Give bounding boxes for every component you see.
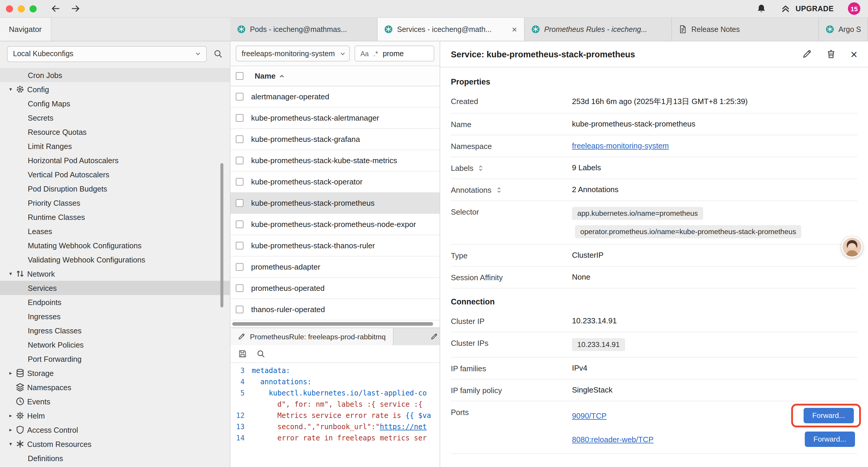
chevron-right-icon[interactable]: ▸ — [6, 427, 16, 433]
forward-button[interactable]: Forward... — [803, 408, 854, 423]
row-checkbox[interactable] — [236, 263, 243, 271]
sidebar-item-endpoints[interactable]: Endpoints — [0, 295, 230, 309]
sidebar-item-network-policies[interactable]: Network Policies — [0, 338, 230, 352]
user-avatar[interactable] — [841, 236, 863, 258]
sidebar-item-port-forwarding[interactable]: Port Forwarding — [0, 352, 230, 366]
window-close-button[interactable] — [6, 5, 13, 12]
history-forward-button[interactable] — [70, 4, 80, 13]
chevron-right-icon[interactable]: ▸ — [6, 370, 16, 376]
table-row-thanos-ruler-operated[interactable]: thanos-ruler-operated — [230, 299, 440, 320]
sidebar-scrollbar[interactable] — [220, 163, 223, 308]
sidebar-item-network[interactable]: ▾Network — [0, 267, 230, 281]
notifications-bell-icon[interactable] — [756, 4, 767, 13]
dock-tab-next[interactable] — [393, 328, 440, 345]
sort-updown-icon[interactable] — [495, 187, 502, 193]
chevron-down-icon[interactable]: ▾ — [6, 441, 16, 447]
horizontal-scrollbar-thumb[interactable] — [232, 322, 433, 326]
kubeconfig-selector[interactable]: Local Kubeconfigs — [7, 46, 207, 62]
sidebar-item-priority-classes[interactable]: Priority Classes — [0, 196, 230, 210]
table-row-kube-prometheus-stack-kube-state-metrics[interactable]: kube-prometheus-stack-kube-state-metrics — [230, 150, 440, 171]
sidebar-item-vertical-pod-autoscalers[interactable]: Vertical Pod Autoscalers — [0, 167, 230, 181]
sidebar-item-ingresses[interactable]: Ingresses — [0, 309, 230, 323]
upgrade-button[interactable]: UPGRADE — [777, 3, 837, 14]
sidebar-item-runtime-classes[interactable]: Runtime Classes — [0, 210, 230, 224]
row-checkbox[interactable] — [236, 178, 243, 185]
window-minimize-button[interactable] — [18, 5, 25, 12]
line-number: 3 — [230, 365, 252, 377]
code-editor[interactable]: 3metadata:4 annotations:5 kubectl.kubern… — [230, 363, 440, 467]
sidebar-item-events[interactable]: Events — [0, 394, 230, 408]
sidebar-item-config[interactable]: ▾Config — [0, 82, 230, 96]
row-checkbox[interactable] — [236, 157, 243, 164]
sidebar-item-config-maps[interactable]: Config Maps — [0, 96, 230, 111]
table-row-kube-prometheus-stack-alertmanager[interactable]: kube-prometheus-stack-alertmanager — [230, 108, 440, 129]
edit-button[interactable] — [802, 49, 812, 59]
sidebar-item-services[interactable]: Services — [0, 281, 230, 295]
tab-release-notes[interactable]: Release Notes — [672, 18, 819, 41]
table-row-prometheus-adapter[interactable]: prometheus-adapter — [230, 257, 440, 278]
sidebar-item-horizontal-pod-autoscalers[interactable]: Horizontal Pod Autoscalers — [0, 153, 230, 167]
tab-argo-s[interactable]: Argo S... — [819, 18, 868, 41]
tab-close-icon[interactable]: × — [511, 25, 518, 34]
port-link-9090-tcp[interactable]: 9090/TCP — [572, 411, 607, 420]
row-checkbox[interactable] — [236, 242, 243, 250]
row-checkbox[interactable] — [236, 93, 243, 100]
table-row-kube-prometheus-stack-grafana[interactable]: kube-prometheus-stack-grafana — [230, 129, 440, 150]
sidebar-item-access-control[interactable]: ▸Access Control — [0, 423, 230, 437]
sidebar-item-limit-ranges[interactable]: Limit Ranges — [0, 139, 230, 153]
service-name: kube-prometheus-stack-grafana — [251, 135, 360, 144]
table-search-input[interactable] — [383, 49, 417, 58]
row-checkbox[interactable] — [236, 199, 243, 207]
sidebar-item-ingress-classes[interactable]: Ingress Classes — [0, 323, 230, 338]
sidebar-item-resource-quotas[interactable]: Resource Quotas — [0, 125, 230, 139]
notification-count-badge[interactable]: 15 — [848, 2, 860, 15]
name-column-header[interactable]: Name — [251, 71, 289, 81]
row-checkbox[interactable] — [236, 305, 243, 313]
table-row-alertmanager-operated[interactable]: alertmanager-operated — [230, 86, 440, 108]
sidebar-item-storage[interactable]: ▸Storage — [0, 366, 230, 380]
tab-services-icecheng-math[interactable]: Services - icecheng@math...× — [378, 18, 525, 41]
sidebar-item-secrets[interactable]: Secrets — [0, 111, 230, 125]
match-case-toggle[interactable]: Aa — [361, 50, 369, 57]
table-row-prometheus-operated[interactable]: prometheus-operated — [230, 278, 440, 299]
tab-pods-icecheng-mathmas[interactable]: Pods - icecheng@mathmas... — [230, 18, 378, 41]
port-link-8080-reloader-web-tcp[interactable]: 8080:reloader-web/TCP — [572, 435, 653, 444]
chevron-down-icon[interactable]: ▾ — [6, 86, 16, 92]
chevron-down-icon[interactable]: ▾ — [6, 271, 16, 276]
select-all-checkbox[interactable] — [236, 72, 243, 80]
sidebar-item-custom-resources[interactable]: ▾Custom Resources — [0, 437, 230, 451]
forward-button[interactable]: Forward... — [804, 432, 855, 447]
namespace-selector[interactable]: freeleaps-monitoring-system — [236, 46, 350, 61]
sort-updown-icon[interactable] — [478, 165, 484, 171]
detail-value-link[interactable]: freeleaps-monitoring-system — [572, 141, 669, 150]
sidebar-item-leases[interactable]: Leases — [0, 224, 230, 238]
port-row: 9090/TCPForward... — [572, 407, 857, 424]
sidebar-item-cron-jobs[interactable]: Cron Jobs — [0, 68, 230, 82]
table-row-kube-prometheus-stack-prometheus[interactable]: kube-prometheus-stack-prometheus — [230, 193, 440, 214]
save-button[interactable] — [238, 349, 247, 358]
editor-search-button[interactable] — [256, 349, 265, 358]
sidebar-item-helm[interactable]: ▸Helm — [0, 408, 230, 423]
delete-button[interactable] — [826, 49, 836, 59]
upgrade-label: UPGRADE — [796, 4, 834, 13]
chevron-right-icon[interactable]: ▸ — [6, 413, 16, 418]
sidebar-item-namespaces[interactable]: Namespaces — [0, 380, 230, 394]
table-row-kube-prometheus-stack-operator[interactable]: kube-prometheus-stack-operator — [230, 171, 440, 193]
sidebar-search-icon[interactable] — [213, 49, 223, 59]
history-back-button[interactable] — [51, 4, 61, 13]
regex-toggle[interactable]: .* — [373, 50, 378, 57]
tab-prometheus-rules-icecheng[interactable]: Prometheus Rules - icecheng... — [525, 18, 672, 41]
drawer-close-button[interactable]: × — [850, 48, 857, 60]
row-checkbox[interactable] — [236, 221, 243, 228]
table-row-kube-prometheus-stack-thanos-ruler[interactable]: kube-prometheus-stack-thanos-ruler — [230, 235, 440, 257]
sidebar-item-validating-webhook-configurations[interactable]: Validating Webhook Configurations — [0, 253, 230, 267]
window-zoom-button[interactable] — [30, 5, 37, 12]
table-row-kube-prometheus-stack-prometheus-node-expor[interactable]: kube-prometheus-stack-prometheus-node-ex… — [230, 214, 440, 235]
row-checkbox[interactable] — [236, 284, 243, 292]
sidebar-item-definitions[interactable]: Definitions — [0, 451, 230, 465]
dock-tab-prometheusrule[interactable]: PrometheusRule: freeleaps-prod-rabbitmq — [230, 328, 393, 345]
row-checkbox[interactable] — [236, 114, 243, 122]
sidebar-item-mutating-webhook-configurations[interactable]: Mutating Webhook Configurations — [0, 238, 230, 253]
row-checkbox[interactable] — [236, 135, 243, 143]
sidebar-item-pod-disruption-budgets[interactable]: Pod Disruption Budgets — [0, 181, 230, 196]
